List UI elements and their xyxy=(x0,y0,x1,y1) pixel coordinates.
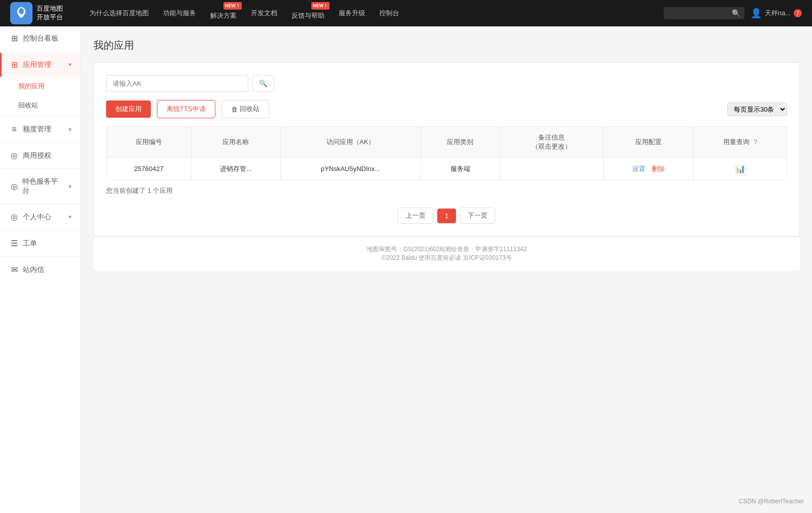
th-app-remark: 备注信息 （双击更改） xyxy=(500,127,603,158)
layout: ⊞ 控制台看板 ⊞ 应用管理 ▼ 我的应用 回收站 ≡ 额度管理 ▼ ◎ 商用授… xyxy=(0,26,812,513)
sidebar-item-special[interactable]: ◎ 特色服务平台 ▼ xyxy=(0,170,81,202)
sidebar-divider-4 xyxy=(0,168,81,169)
nav-link-docs[interactable]: 开发文档 xyxy=(245,6,283,21)
ak-search-button[interactable]: 🔍 xyxy=(252,75,274,92)
sidebar-item-biz-auth-label: 商用授权 xyxy=(23,151,51,160)
cell-app-usage[interactable]: 📊 xyxy=(694,158,787,180)
sidebar-item-biz-auth[interactable]: ◎ 商用授权 xyxy=(0,144,81,167)
sidebar-divider-7 xyxy=(0,256,81,257)
svg-point-2 xyxy=(19,8,24,14)
usage-chart-icon[interactable]: 📊 xyxy=(735,164,745,173)
sidebar-item-recycle-label: 回收站 xyxy=(18,101,38,109)
sidebar-item-quota[interactable]: ≡ 额度管理 ▼ xyxy=(0,118,81,141)
pagination: 上一页 1 下一页 xyxy=(106,208,787,224)
sidebar-item-my-apps[interactable]: 我的应用 xyxy=(0,77,81,96)
usage-help-icon[interactable]: ? xyxy=(754,138,757,146)
chevron-down-icon-quota: ▼ xyxy=(68,127,73,132)
per-page-selector[interactable]: 每页显示30条 xyxy=(727,102,787,116)
recycle-icon: 🗑 xyxy=(231,106,238,113)
cell-app-config: 设置 删除 xyxy=(603,158,694,180)
prev-page-button[interactable]: 上一页 xyxy=(398,208,433,224)
recycle-label: 回收站 xyxy=(240,105,259,114)
tts-apply-button[interactable]: 离线TTS申请 xyxy=(157,100,215,118)
th-app-name: 应用名称 xyxy=(191,127,280,158)
top-nav: 百度地图 开放平台 为什么选择百度地图 功能与服务 解决方案 NEW！ 开发文档… xyxy=(0,0,812,26)
nav-link-console[interactable]: 控制台 xyxy=(373,6,405,21)
nav-link-upgrade[interactable]: 服务升级 xyxy=(333,6,371,21)
sidebar-item-dashboard-label: 控制台看板 xyxy=(23,34,58,43)
footer-line2: ©2022 Baidu 使用百度前必读 京ICP证030173号 xyxy=(102,254,792,262)
cell-app-type: 服务端 xyxy=(420,158,500,180)
th-app-usage: 用量查询 ? xyxy=(694,127,787,158)
logo-text: 百度地图 开放平台 xyxy=(37,5,63,22)
sidebar-item-app-mgmt[interactable]: ⊞ 应用管理 ▼ xyxy=(0,53,81,77)
chevron-down-icon-personal: ▼ xyxy=(68,214,73,220)
logo-icon xyxy=(10,2,33,24)
personal-icon: ◎ xyxy=(10,212,19,222)
sidebar-item-tasks[interactable]: ☰ 工单 xyxy=(0,231,81,255)
nav-links: 为什么选择百度地图 功能与服务 解决方案 NEW！ 开发文档 反馈与帮助 NEW… xyxy=(83,3,664,23)
content-card: 🔍 创建应用 离线TTS申请 🗑 回收站 每页显示30条 xyxy=(93,62,800,236)
ak-search-input[interactable] xyxy=(106,75,248,92)
sidebar-item-dashboard[interactable]: ⊞ 控制台看板 xyxy=(0,26,81,50)
sidebar-item-personal-label: 个人中心 xyxy=(23,213,51,222)
th-app-config: 应用配置 xyxy=(603,127,694,158)
app-table: 应用编号 应用名称 访问应用（AK） 应用类别 备注信息 （双击更改） 应用配置… xyxy=(106,126,787,180)
sidebar-divider-2 xyxy=(0,116,81,117)
nav-link-solutions[interactable]: 解决方案 NEW！ xyxy=(204,3,243,23)
quota-icon: ≡ xyxy=(10,125,19,134)
action-bar: 创建应用 离线TTS申请 🗑 回收站 每页显示30条 xyxy=(106,100,787,118)
nav-right: 🔍 👤 天秤na... 7 xyxy=(664,7,802,19)
sidebar: ⊞ 控制台看板 ⊞ 应用管理 ▼ 我的应用 回收站 ≡ 额度管理 ▼ ◎ 商用授… xyxy=(0,26,81,513)
sidebar-divider-5 xyxy=(0,203,81,204)
chevron-down-icon-special: ▼ xyxy=(68,184,73,189)
sidebar-item-personal[interactable]: ◎ 个人中心 ▼ xyxy=(0,205,81,229)
logo[interactable]: 百度地图 开放平台 xyxy=(10,2,63,24)
sidebar-item-app-mgmt-label: 应用管理 xyxy=(23,60,51,70)
nav-link-features[interactable]: 功能与服务 xyxy=(157,6,202,21)
user-notification-badge: 7 xyxy=(794,9,802,17)
per-page-select[interactable]: 每页显示30条 xyxy=(727,102,787,116)
chevron-down-icon: ▼ xyxy=(68,62,73,67)
search-bar: 🔍 xyxy=(106,75,787,92)
nav-link-why[interactable]: 为什么选择百度地图 xyxy=(83,6,155,21)
user-icon: 👤 xyxy=(751,8,762,19)
status-notice: 您当前创建了 1 个应用 xyxy=(106,186,787,195)
sidebar-divider-6 xyxy=(0,230,81,230)
recycle-bin-button[interactable]: 🗑 回收站 xyxy=(221,100,269,118)
sidebar-item-messages[interactable]: ✉ 站内信 xyxy=(0,258,81,282)
search-box[interactable]: 🔍 xyxy=(664,7,744,19)
special-icon: ◎ xyxy=(10,182,18,191)
create-app-button[interactable]: 创建应用 xyxy=(106,100,151,118)
cell-app-name: 进销存管... xyxy=(191,158,280,180)
sidebar-item-recycle[interactable]: 回收站 xyxy=(0,96,81,115)
sidebar-item-messages-label: 站内信 xyxy=(23,265,44,275)
search-icon[interactable]: 🔍 xyxy=(732,9,740,17)
dashboard-icon: ⊞ xyxy=(10,33,19,43)
table-header-row: 应用编号 应用名称 访问应用（AK） 应用类别 备注信息 （双击更改） 应用配置… xyxy=(107,127,787,158)
th-app-ak: 访问应用（AK） xyxy=(281,127,421,158)
sidebar-item-special-label: 特色服务平台 xyxy=(22,177,63,195)
biz-auth-icon: ◎ xyxy=(10,151,19,160)
search-input[interactable] xyxy=(668,10,729,17)
sidebar-item-tasks-label: 工单 xyxy=(23,239,37,248)
app-mgmt-icon: ⊞ xyxy=(10,60,19,70)
user-area[interactable]: 👤 天秤na... 7 xyxy=(751,8,802,19)
next-page-button[interactable]: 下一页 xyxy=(460,208,495,224)
nav-link-feedback[interactable]: 反馈与帮助 NEW！ xyxy=(285,3,331,23)
config-del-link[interactable]: 删除 xyxy=(652,165,665,173)
page-title: 我的应用 xyxy=(93,39,800,52)
user-name: 天秤na... xyxy=(765,9,791,18)
cell-app-ak: pYNskAU5yNDInx... xyxy=(281,158,421,180)
new-badge-feedback: NEW！ xyxy=(311,2,330,10)
search-icon-btn: 🔍 xyxy=(259,80,268,87)
main-content: 我的应用 🔍 创建应用 离线TTS申请 🗑 回收站 每页显示30 xyxy=(81,26,812,513)
cell-app-id: 25760427 xyxy=(107,158,191,180)
sidebar-divider-1 xyxy=(0,51,81,52)
cell-app-remark[interactable] xyxy=(500,158,603,180)
footer-line1: 地图审图号：GS(2021)6026|测绘资质：甲测资字11111342 xyxy=(102,245,792,254)
current-page-button[interactable]: 1 xyxy=(437,209,456,223)
footer-csdn: CSDN @RobertTeacher xyxy=(739,498,804,505)
tasks-icon: ☰ xyxy=(10,238,19,248)
config-set-link[interactable]: 设置 xyxy=(632,165,645,173)
